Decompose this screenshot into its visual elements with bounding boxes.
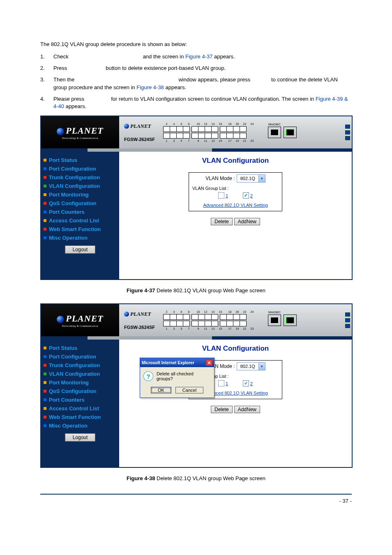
confirm-dialog: Microsoft Internet Explorer ✕ ? Delete a… <box>140 358 214 398</box>
advanced-vlan-link[interactable]: Advanced 802.1Q VLAN Setting <box>192 203 279 208</box>
sidebar-item-port-config[interactable]: Port Configuration <box>44 164 117 173</box>
vlan-mode-select[interactable]: 802.1Q ▾ <box>237 362 265 370</box>
chevron-down-icon: ▾ <box>258 175 265 182</box>
group-2-link[interactable]: 2 <box>250 193 253 198</box>
vlan-mode-value: 802.1Q <box>237 175 258 182</box>
delete-button[interactable]: Delete <box>211 218 233 225</box>
step-text: appears. <box>66 103 87 109</box>
logout-button[interactable]: Logout <box>65 245 96 254</box>
question-icon: ? <box>143 371 153 381</box>
step-num: 2. <box>40 65 53 72</box>
intro-text: The 802.1Q VLAN group delete procedure i… <box>40 41 352 47</box>
step-num: 4. <box>40 95 53 110</box>
sidebar-nav: Port Status Port Configuration Trunk Con… <box>41 340 119 467</box>
port-diagram: 2468 10121416 18202224 <box>163 310 256 330</box>
sidebar-item-port-monitoring[interactable]: Port Monitoring <box>44 378 117 387</box>
vlan-mode-value: 802.1Q <box>237 363 258 370</box>
sidebar-item-qos[interactable]: QoS Configuration <box>44 387 117 395</box>
cancel-button[interactable]: Cancel <box>175 387 203 393</box>
gbic-ports: MiniGBIC <box>268 127 297 138</box>
sidebar-item-web-smart[interactable]: Web Smart Function <box>44 225 117 234</box>
logout-button[interactable]: Logout <box>65 433 96 442</box>
group-1-link[interactable]: 1 <box>226 193 228 198</box>
sidebar-item-port-counters[interactable]: Port Counters <box>44 395 117 404</box>
page-number: - 37 - <box>339 498 352 504</box>
brand-name-small: PLANET <box>130 311 151 317</box>
sidebar-nav: Port Status Port Configuration Trunk Con… <box>41 152 119 279</box>
figure-caption-1: Figure 4-37 Delete 802.1Q VLAN group Web… <box>40 287 352 294</box>
brand-logo-large: PLANET Networking & Communication <box>41 116 119 148</box>
brand-sub: Networking & Communication <box>62 325 98 327</box>
group-1-checkbox[interactable] <box>218 380 224 386</box>
brand-name-small: PLANET <box>130 123 151 130</box>
step-text: Press <box>53 65 67 71</box>
brand-name: PLANET <box>66 313 104 324</box>
sidebar-item-acl[interactable]: Access Control List <box>44 216 117 225</box>
gbic-ports: MiniGBIC <box>268 314 297 326</box>
group-2-link[interactable]: 2 <box>250 381 253 386</box>
step-text: window appears, please press <box>178 76 250 83</box>
vlan-mode-label: VLAN Mode : <box>205 176 235 181</box>
sidebar-item-port-monitoring[interactable]: Port Monitoring <box>44 190 117 199</box>
sidebar-item-vlan-config[interactable]: VLAN Configuration <box>44 370 117 378</box>
step-text: Please press <box>53 96 84 102</box>
sidebar-item-trunk-config[interactable]: Trunk Configuration <box>44 173 117 182</box>
step-text: Then the <box>53 76 74 83</box>
gbic-label: MiniGBIC <box>268 311 281 314</box>
figure-link[interactable]: Figure 4-38 <box>136 84 164 90</box>
step-text: button to delete existence port-based VL… <box>106 65 226 71</box>
panel-title: VLAN Configuration <box>127 157 344 165</box>
chevron-down-icon: ▾ <box>258 363 265 370</box>
dialog-title: Microsoft Internet Explorer <box>142 361 194 365</box>
model-name: FGSW-2624SF <box>124 325 155 330</box>
sidebar-item-vlan-config[interactable]: VLAN Configuration <box>44 182 117 190</box>
brand-logo-large: PLANET Networking & Communication <box>41 304 119 336</box>
model-name: FGSW-2624SF <box>124 137 155 142</box>
panel-title: VLAN Configuration <box>127 345 344 353</box>
group-1-checkbox[interactable] <box>218 192 224 199</box>
step-text: and the screen in <box>143 53 185 60</box>
brand-name: PLANET <box>66 125 104 136</box>
sidebar-item-misc[interactable]: Misc Operation <box>44 234 117 242</box>
sidebar-item-port-counters[interactable]: Port Counters <box>44 208 117 216</box>
ok-button[interactable]: OK <box>151 387 171 393</box>
sidebar-item-web-smart[interactable]: Web Smart Function <box>44 413 117 421</box>
sidebar-item-port-status[interactable]: Port Status <box>44 156 117 164</box>
figure-link[interactable]: Figure 4-37 <box>185 53 212 60</box>
addnew-button[interactable]: AddNew <box>234 406 260 413</box>
vlan-mode-select[interactable]: 802.1Q ▾ <box>237 174 265 183</box>
sidebar-item-acl[interactable]: Access Control List <box>44 404 117 413</box>
delete-button[interactable]: Delete <box>211 406 233 413</box>
step-text: Check <box>53 53 69 60</box>
step-num: 1. <box>40 53 53 60</box>
vlan-config-box: VLAN Mode : 802.1Q ▾ VLAN Group List : 1 <box>189 172 282 211</box>
dialog-message: Delete all checked groups? <box>157 371 211 381</box>
group-1-link[interactable]: 1 <box>226 381 228 386</box>
gbic-label: MiniGBIC <box>268 123 281 126</box>
sidebar-item-port-status[interactable]: Port Status <box>44 344 117 352</box>
figure-4-37: PLANET Networking & Communication PLANET… <box>40 116 353 280</box>
group-2-checkbox[interactable] <box>243 380 249 386</box>
step-text: appears. <box>214 53 235 60</box>
sidebar-item-misc[interactable]: Misc Operation <box>44 421 117 430</box>
figure-caption-2: Figure 4-38 Delete 802.1Q VLAN group Web… <box>40 475 352 481</box>
step-text: for return to VLAN configuration screen … <box>111 96 316 102</box>
close-icon[interactable]: ✕ <box>206 359 212 366</box>
sidebar-item-trunk-config[interactable]: Trunk Configuration <box>44 361 117 370</box>
group-list-label: VLAN Group List : <box>192 186 279 191</box>
brand-sub: Networking & Communication <box>62 137 98 139</box>
sidebar-item-qos[interactable]: QoS Configuration <box>44 199 117 208</box>
port-diagram: 2468 10121416 18202224 <box>163 123 256 142</box>
step-num: 3. <box>40 76 53 91</box>
step-text: appears. <box>165 84 186 90</box>
addnew-button[interactable]: AddNew <box>234 218 260 225</box>
steps-list: 1. Check ________________________ and th… <box>40 53 352 110</box>
figure-4-38: PLANET Networking & Communication PLANET… <box>40 303 353 468</box>
sidebar-item-port-config[interactable]: Port Configuration <box>44 352 117 361</box>
group-2-checkbox[interactable] <box>243 192 249 199</box>
